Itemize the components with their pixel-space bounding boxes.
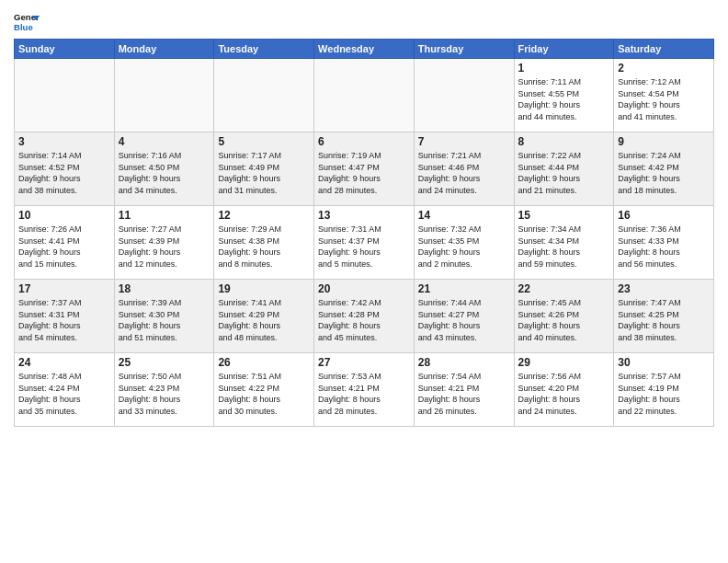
calendar-cell: 25Sunrise: 7:50 AM Sunset: 4:23 PM Dayli… xyxy=(114,353,214,427)
day-number: 26 xyxy=(218,356,310,369)
cell-info: Sunrise: 7:48 AM Sunset: 4:24 PM Dayligh… xyxy=(18,371,110,417)
cell-info: Sunrise: 7:21 AM Sunset: 4:46 PM Dayligh… xyxy=(418,150,510,196)
cell-info: Sunrise: 7:41 AM Sunset: 4:29 PM Dayligh… xyxy=(218,297,310,343)
day-number: 5 xyxy=(218,135,310,148)
cell-info: Sunrise: 7:24 AM Sunset: 4:42 PM Dayligh… xyxy=(618,150,710,196)
day-number: 12 xyxy=(218,209,310,222)
cell-info: Sunrise: 7:32 AM Sunset: 4:35 PM Dayligh… xyxy=(418,224,510,270)
day-number: 23 xyxy=(618,282,710,295)
calendar-week-5: 24Sunrise: 7:48 AM Sunset: 4:24 PM Dayli… xyxy=(15,353,714,427)
cell-info: Sunrise: 7:50 AM Sunset: 4:23 PM Dayligh… xyxy=(119,371,210,417)
day-number: 8 xyxy=(518,135,610,148)
calendar-cell: 26Sunrise: 7:51 AM Sunset: 4:22 PM Dayli… xyxy=(214,353,314,427)
weekday-thursday: Thursday xyxy=(414,40,514,59)
weekday-tuesday: Tuesday xyxy=(214,40,314,59)
cell-info: Sunrise: 7:29 AM Sunset: 4:38 PM Dayligh… xyxy=(218,224,310,270)
day-number: 18 xyxy=(119,282,210,295)
cell-info: Sunrise: 7:11 AM Sunset: 4:55 PM Dayligh… xyxy=(518,76,610,122)
day-number: 19 xyxy=(218,282,310,295)
day-number: 15 xyxy=(518,209,610,222)
calendar-cell: 3Sunrise: 7:14 AM Sunset: 4:52 PM Daylig… xyxy=(15,132,115,206)
cell-info: Sunrise: 7:44 AM Sunset: 4:27 PM Dayligh… xyxy=(418,297,510,343)
day-number: 16 xyxy=(618,209,710,222)
calendar-cell: 7Sunrise: 7:21 AM Sunset: 4:46 PM Daylig… xyxy=(414,132,514,206)
day-number: 20 xyxy=(318,282,410,295)
cell-info: Sunrise: 7:45 AM Sunset: 4:26 PM Dayligh… xyxy=(518,297,610,343)
cell-info: Sunrise: 7:47 AM Sunset: 4:25 PM Dayligh… xyxy=(618,297,710,343)
cell-info: Sunrise: 7:12 AM Sunset: 4:54 PM Dayligh… xyxy=(618,76,710,122)
cell-info: Sunrise: 7:27 AM Sunset: 4:39 PM Dayligh… xyxy=(119,224,210,270)
logo: General Blue xyxy=(14,9,40,35)
day-number: 28 xyxy=(418,356,510,369)
calendar-cell: 27Sunrise: 7:53 AM Sunset: 4:21 PM Dayli… xyxy=(314,353,415,427)
day-number: 2 xyxy=(618,62,710,75)
calendar-week-2: 3Sunrise: 7:14 AM Sunset: 4:52 PM Daylig… xyxy=(15,132,714,206)
cell-info: Sunrise: 7:31 AM Sunset: 4:37 PM Dayligh… xyxy=(318,224,410,270)
day-number: 10 xyxy=(18,209,110,222)
day-number: 9 xyxy=(618,135,710,148)
weekday-friday: Friday xyxy=(514,40,614,59)
calendar-cell: 14Sunrise: 7:32 AM Sunset: 4:35 PM Dayli… xyxy=(414,206,514,280)
day-number: 25 xyxy=(119,356,210,369)
cell-info: Sunrise: 7:53 AM Sunset: 4:21 PM Dayligh… xyxy=(318,371,410,417)
calendar-cell: 16Sunrise: 7:36 AM Sunset: 4:33 PM Dayli… xyxy=(614,206,714,280)
cell-info: Sunrise: 7:42 AM Sunset: 4:28 PM Dayligh… xyxy=(318,297,410,343)
calendar-cell: 11Sunrise: 7:27 AM Sunset: 4:39 PM Dayli… xyxy=(114,206,214,280)
calendar-cell: 15Sunrise: 7:34 AM Sunset: 4:34 PM Dayli… xyxy=(514,206,614,280)
calendar-cell: 2Sunrise: 7:12 AM Sunset: 4:54 PM Daylig… xyxy=(614,59,714,132)
calendar-cell: 21Sunrise: 7:44 AM Sunset: 4:27 PM Dayli… xyxy=(414,280,514,353)
weekday-header-row: SundayMondayTuesdayWednesdayThursdayFrid… xyxy=(15,40,714,59)
weekday-wednesday: Wednesday xyxy=(314,40,415,59)
calendar-cell: 28Sunrise: 7:54 AM Sunset: 4:21 PM Dayli… xyxy=(414,353,514,427)
day-number: 1 xyxy=(518,62,610,75)
calendar-cell xyxy=(15,59,115,132)
calendar-cell: 30Sunrise: 7:57 AM Sunset: 4:19 PM Dayli… xyxy=(614,353,714,427)
calendar-cell: 8Sunrise: 7:22 AM Sunset: 4:44 PM Daylig… xyxy=(514,132,614,206)
calendar-cell: 20Sunrise: 7:42 AM Sunset: 4:28 PM Dayli… xyxy=(314,280,415,353)
cell-info: Sunrise: 7:16 AM Sunset: 4:50 PM Dayligh… xyxy=(119,150,210,196)
day-number: 30 xyxy=(618,356,710,369)
day-number: 17 xyxy=(18,282,110,295)
weekday-monday: Monday xyxy=(114,40,214,59)
cell-info: Sunrise: 7:36 AM Sunset: 4:33 PM Dayligh… xyxy=(618,224,710,270)
calendar-week-1: 1Sunrise: 7:11 AM Sunset: 4:55 PM Daylig… xyxy=(15,59,714,132)
day-number: 11 xyxy=(119,209,210,222)
cell-info: Sunrise: 7:57 AM Sunset: 4:19 PM Dayligh… xyxy=(618,371,710,417)
cell-info: Sunrise: 7:56 AM Sunset: 4:20 PM Dayligh… xyxy=(518,371,610,417)
day-number: 27 xyxy=(318,356,410,369)
day-number: 29 xyxy=(518,356,610,369)
header-row: General Blue xyxy=(14,9,714,35)
day-number: 7 xyxy=(418,135,510,148)
calendar-cell: 19Sunrise: 7:41 AM Sunset: 4:29 PM Dayli… xyxy=(214,280,314,353)
day-number: 13 xyxy=(318,209,410,222)
calendar-cell: 24Sunrise: 7:48 AM Sunset: 4:24 PM Dayli… xyxy=(15,353,115,427)
cell-info: Sunrise: 7:26 AM Sunset: 4:41 PM Dayligh… xyxy=(18,224,110,270)
day-number: 24 xyxy=(18,356,110,369)
calendar-cell: 10Sunrise: 7:26 AM Sunset: 4:41 PM Dayli… xyxy=(15,206,115,280)
cell-info: Sunrise: 7:51 AM Sunset: 4:22 PM Dayligh… xyxy=(218,371,310,417)
calendar-cell: 29Sunrise: 7:56 AM Sunset: 4:20 PM Dayli… xyxy=(514,353,614,427)
weekday-saturday: Saturday xyxy=(614,40,714,59)
calendar-cell xyxy=(114,59,214,132)
day-number: 3 xyxy=(18,135,110,148)
calendar-cell: 13Sunrise: 7:31 AM Sunset: 4:37 PM Dayli… xyxy=(314,206,415,280)
day-number: 21 xyxy=(418,282,510,295)
day-number: 4 xyxy=(119,135,210,148)
cell-info: Sunrise: 7:54 AM Sunset: 4:21 PM Dayligh… xyxy=(418,371,510,417)
weekday-sunday: Sunday xyxy=(15,40,115,59)
calendar-cell: 18Sunrise: 7:39 AM Sunset: 4:30 PM Dayli… xyxy=(114,280,214,353)
cell-info: Sunrise: 7:22 AM Sunset: 4:44 PM Dayligh… xyxy=(518,150,610,196)
cell-info: Sunrise: 7:14 AM Sunset: 4:52 PM Dayligh… xyxy=(18,150,110,196)
calendar-week-4: 17Sunrise: 7:37 AM Sunset: 4:31 PM Dayli… xyxy=(15,280,714,353)
calendar-cell: 17Sunrise: 7:37 AM Sunset: 4:31 PM Dayli… xyxy=(15,280,115,353)
calendar-cell: 9Sunrise: 7:24 AM Sunset: 4:42 PM Daylig… xyxy=(614,132,714,206)
calendar-cell: 22Sunrise: 7:45 AM Sunset: 4:26 PM Dayli… xyxy=(514,280,614,353)
calendar-cell: 1Sunrise: 7:11 AM Sunset: 4:55 PM Daylig… xyxy=(514,59,614,132)
day-number: 14 xyxy=(418,209,510,222)
cell-info: Sunrise: 7:39 AM Sunset: 4:30 PM Dayligh… xyxy=(119,297,210,343)
calendar-cell xyxy=(214,59,314,132)
logo-icon: General Blue xyxy=(14,9,40,35)
calendar-cell: 5Sunrise: 7:17 AM Sunset: 4:49 PM Daylig… xyxy=(214,132,314,206)
cell-info: Sunrise: 7:34 AM Sunset: 4:34 PM Dayligh… xyxy=(518,224,610,270)
calendar-cell: 4Sunrise: 7:16 AM Sunset: 4:50 PM Daylig… xyxy=(114,132,214,206)
